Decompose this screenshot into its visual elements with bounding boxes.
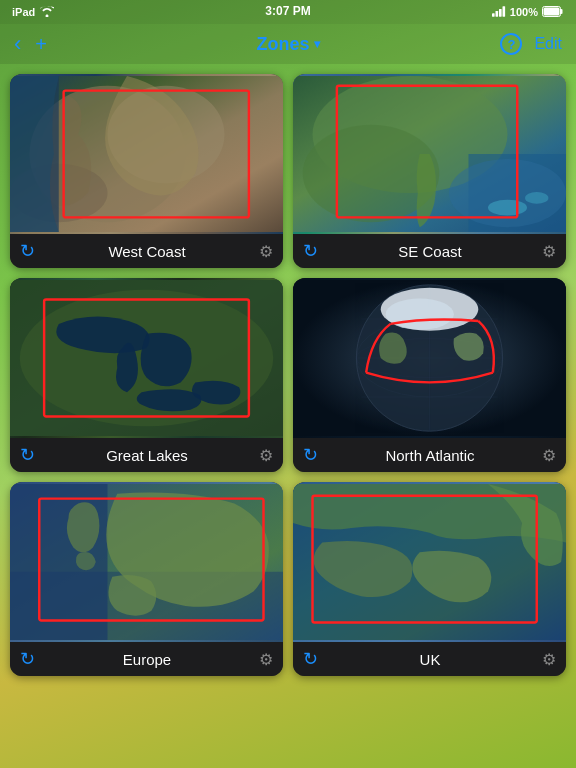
zone-footer-west-coast: ↻ West Coast ⚙	[10, 234, 283, 268]
wifi-icon	[40, 6, 54, 19]
help-button[interactable]: ?	[500, 33, 522, 55]
back-button[interactable]: ‹	[14, 31, 21, 57]
zone-name-europe: Europe	[35, 651, 259, 668]
svg-point-18	[488, 200, 527, 216]
zone-refresh-west-coast[interactable]: ↻	[20, 240, 35, 262]
battery-label: 100%	[510, 6, 538, 18]
zones-grid: ↻ West Coast ⚙	[0, 64, 576, 686]
zone-settings-great-lakes[interactable]: ⚙	[259, 446, 273, 465]
zone-footer-great-lakes: ↻ Great Lakes ⚙	[10, 438, 283, 472]
zone-settings-uk[interactable]: ⚙	[542, 650, 556, 669]
zone-card-europe[interactable]: ↻ Europe ⚙	[10, 482, 283, 676]
svg-point-35	[386, 299, 454, 330]
zone-name-uk: UK	[318, 651, 542, 668]
zone-map-great-lakes	[10, 278, 283, 438]
zone-settings-europe[interactable]: ⚙	[259, 650, 273, 669]
svg-rect-6	[544, 7, 560, 15]
zone-footer-se-coast: ↻ SE Coast ⚙	[293, 234, 566, 268]
carrier-label: iPad	[12, 6, 35, 18]
zone-settings-west-coast[interactable]: ⚙	[259, 242, 273, 261]
zone-map-west-coast	[10, 74, 283, 234]
status-time: 3:07 PM	[265, 4, 310, 18]
zone-map-se-coast	[293, 74, 566, 234]
zone-footer-uk: ↻ UK ⚙	[293, 642, 566, 676]
zone-footer-north-atlantic: ↻ North Atlantic ⚙	[293, 438, 566, 472]
zone-name-west-coast: West Coast	[35, 243, 259, 260]
zone-map-europe	[10, 482, 283, 642]
nav-title-dropdown-icon: ▾	[314, 37, 320, 51]
svg-rect-5	[561, 9, 563, 14]
zone-card-north-atlantic[interactable]: ↻ North Atlantic ⚙	[293, 278, 566, 472]
add-button[interactable]: +	[35, 33, 47, 56]
svg-rect-1	[495, 11, 498, 17]
zone-refresh-great-lakes[interactable]: ↻	[20, 444, 35, 466]
nav-title[interactable]: Zones ▾	[256, 34, 319, 55]
status-bar: iPad 3:07 PM 100%	[0, 0, 576, 24]
zone-refresh-se-coast[interactable]: ↻	[303, 240, 318, 262]
svg-point-19	[525, 192, 548, 204]
zone-refresh-europe[interactable]: ↻	[20, 648, 35, 670]
zone-card-west-coast[interactable]: ↻ West Coast ⚙	[10, 74, 283, 268]
zone-name-great-lakes: Great Lakes	[35, 447, 259, 464]
edit-button[interactable]: Edit	[534, 35, 562, 53]
zone-settings-north-atlantic[interactable]: ⚙	[542, 446, 556, 465]
zone-map-uk	[293, 482, 566, 642]
zone-card-se-coast[interactable]: ↻ SE Coast ⚙	[293, 74, 566, 268]
battery-icon	[542, 6, 564, 19]
zone-refresh-north-atlantic[interactable]: ↻	[303, 444, 318, 466]
zone-refresh-uk[interactable]: ↻	[303, 648, 318, 670]
nav-title-text: Zones	[256, 34, 309, 55]
zone-footer-europe: ↻ Europe ⚙	[10, 642, 283, 676]
zone-card-uk[interactable]: ↻ UK ⚙	[293, 482, 566, 676]
nav-bar: ‹ + Zones ▾ ? Edit	[0, 24, 576, 64]
svg-rect-2	[499, 8, 502, 16]
zone-map-north-atlantic	[293, 278, 566, 438]
zone-card-great-lakes[interactable]: ↻ Great Lakes ⚙	[10, 278, 283, 472]
svg-rect-3	[502, 6, 505, 17]
zone-settings-se-coast[interactable]: ⚙	[542, 242, 556, 261]
zone-name-north-atlantic: North Atlantic	[318, 447, 542, 464]
zone-name-se-coast: SE Coast	[318, 243, 542, 260]
signal-icon	[492, 6, 506, 19]
svg-rect-0	[492, 13, 495, 17]
